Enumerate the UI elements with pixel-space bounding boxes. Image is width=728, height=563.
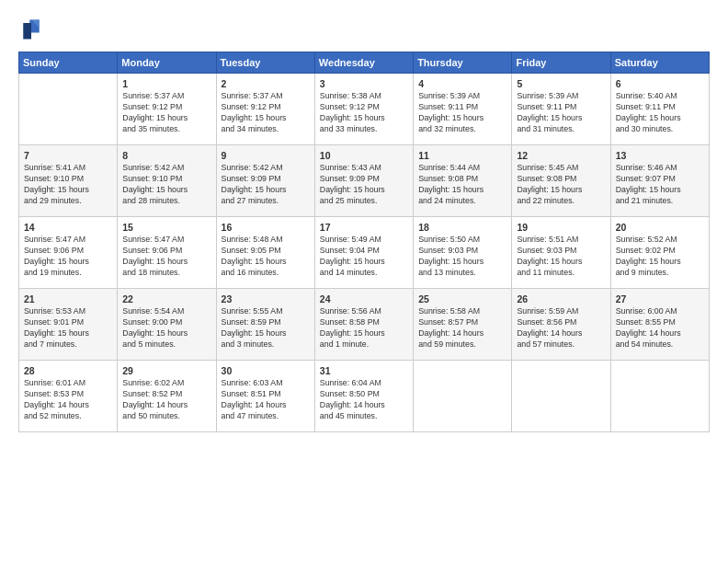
calendar-cell: 26Sunrise: 5:59 AM Sunset: 8:56 PM Dayli… — [512, 289, 610, 361]
day-number: 17 — [320, 221, 408, 234]
day-number: 12 — [517, 149, 605, 162]
day-number: 10 — [320, 149, 408, 162]
day-number: 3 — [320, 77, 408, 90]
calendar-cell: 18Sunrise: 5:50 AM Sunset: 9:03 PM Dayli… — [414, 217, 512, 289]
page-header — [18, 17, 710, 42]
calendar-cell: 3Sunrise: 5:38 AM Sunset: 9:12 PM Daylig… — [314, 74, 413, 145]
calendar-cell: 2Sunrise: 5:37 AM Sunset: 9:12 PM Daylig… — [216, 74, 314, 145]
weekday-header-sunday: Sunday — [19, 52, 118, 74]
day-number: 18 — [418, 221, 506, 234]
logo — [18, 17, 48, 42]
weekday-header-friday: Friday — [512, 52, 610, 74]
day-info: Sunrise: 6:00 AM Sunset: 8:55 PM Dayligh… — [616, 306, 704, 350]
day-number: 13 — [616, 149, 704, 162]
day-info: Sunrise: 5:43 AM Sunset: 9:09 PM Dayligh… — [320, 163, 408, 207]
calendar-cell: 19Sunrise: 5:51 AM Sunset: 9:03 PM Dayli… — [512, 217, 610, 289]
calendar-cell — [610, 361, 709, 432]
day-number: 19 — [517, 221, 605, 234]
day-number: 25 — [418, 293, 506, 305]
svg-marker-2 — [23, 23, 31, 40]
calendar-cell: 22Sunrise: 5:54 AM Sunset: 9:00 PM Dayli… — [118, 289, 216, 361]
day-info: Sunrise: 5:49 AM Sunset: 9:04 PM Dayligh… — [320, 235, 408, 279]
day-info: Sunrise: 5:41 AM Sunset: 9:10 PM Dayligh… — [24, 163, 112, 207]
day-info: Sunrise: 5:56 AM Sunset: 8:58 PM Dayligh… — [320, 306, 408, 350]
calendar-cell: 27Sunrise: 6:00 AM Sunset: 8:55 PM Dayli… — [610, 289, 709, 361]
calendar-cell: 24Sunrise: 5:56 AM Sunset: 8:58 PM Dayli… — [314, 289, 413, 361]
day-number: 14 — [24, 221, 112, 234]
day-info: Sunrise: 5:55 AM Sunset: 8:59 PM Dayligh… — [222, 306, 310, 350]
calendar-cell: 13Sunrise: 5:46 AM Sunset: 9:07 PM Dayli… — [610, 145, 709, 217]
calendar-cell: 28Sunrise: 6:01 AM Sunset: 8:53 PM Dayli… — [19, 361, 118, 432]
calendar-cell: 21Sunrise: 5:53 AM Sunset: 9:01 PM Dayli… — [19, 289, 118, 361]
day-number: 22 — [122, 293, 210, 305]
day-number: 27 — [616, 293, 704, 305]
calendar-cell: 8Sunrise: 5:42 AM Sunset: 9:10 PM Daylig… — [118, 145, 216, 217]
day-info: Sunrise: 5:44 AM Sunset: 9:08 PM Dayligh… — [418, 163, 506, 207]
day-number: 16 — [222, 221, 310, 234]
day-number: 23 — [222, 293, 310, 305]
calendar-cell: 17Sunrise: 5:49 AM Sunset: 9:04 PM Dayli… — [314, 217, 413, 289]
weekday-header-saturday: Saturday — [610, 52, 709, 74]
calendar-cell: 16Sunrise: 5:48 AM Sunset: 9:05 PM Dayli… — [216, 217, 314, 289]
day-info: Sunrise: 6:02 AM Sunset: 8:52 PM Dayligh… — [122, 378, 210, 422]
logo-icon — [18, 17, 44, 42]
calendar-cell: 20Sunrise: 5:52 AM Sunset: 9:02 PM Dayli… — [610, 217, 709, 289]
day-info: Sunrise: 5:48 AM Sunset: 9:05 PM Dayligh… — [222, 235, 310, 279]
day-number: 9 — [222, 149, 310, 162]
calendar-cell: 30Sunrise: 6:03 AM Sunset: 8:51 PM Dayli… — [216, 361, 314, 432]
day-info: Sunrise: 5:59 AM Sunset: 8:56 PM Dayligh… — [517, 306, 605, 350]
day-info: Sunrise: 5:45 AM Sunset: 9:08 PM Dayligh… — [517, 163, 605, 207]
day-number: 15 — [122, 221, 210, 234]
calendar-cell: 31Sunrise: 6:04 AM Sunset: 8:50 PM Dayli… — [314, 361, 413, 432]
day-info: Sunrise: 5:47 AM Sunset: 9:06 PM Dayligh… — [122, 235, 210, 279]
calendar-cell: 12Sunrise: 5:45 AM Sunset: 9:08 PM Dayli… — [512, 145, 610, 217]
day-info: Sunrise: 5:39 AM Sunset: 9:11 PM Dayligh… — [418, 91, 506, 135]
calendar-cell: 1Sunrise: 5:37 AM Sunset: 9:12 PM Daylig… — [118, 74, 216, 145]
day-number: 30 — [222, 364, 310, 377]
day-number: 20 — [616, 221, 704, 234]
day-number: 11 — [418, 149, 506, 162]
weekday-header-thursday: Thursday — [414, 52, 512, 74]
day-info: Sunrise: 5:58 AM Sunset: 8:57 PM Dayligh… — [418, 306, 506, 350]
calendar-cell: 6Sunrise: 5:40 AM Sunset: 9:11 PM Daylig… — [610, 74, 709, 145]
day-info: Sunrise: 5:53 AM Sunset: 9:01 PM Dayligh… — [24, 306, 112, 350]
day-info: Sunrise: 5:42 AM Sunset: 9:09 PM Dayligh… — [222, 163, 310, 207]
weekday-header-tuesday: Tuesday — [216, 52, 314, 74]
calendar-cell — [512, 361, 610, 432]
day-info: Sunrise: 5:37 AM Sunset: 9:12 PM Dayligh… — [222, 91, 310, 135]
day-number: 26 — [517, 293, 605, 305]
day-info: Sunrise: 5:39 AM Sunset: 9:11 PM Dayligh… — [517, 91, 605, 135]
day-number: 8 — [122, 149, 210, 162]
day-number: 5 — [517, 77, 605, 90]
day-info: Sunrise: 5:40 AM Sunset: 9:11 PM Dayligh… — [616, 91, 704, 135]
calendar-table: SundayMondayTuesdayWednesdayThursdayFrid… — [18, 52, 710, 432]
day-info: Sunrise: 5:37 AM Sunset: 9:12 PM Dayligh… — [122, 91, 210, 135]
day-number: 31 — [320, 364, 408, 377]
day-info: Sunrise: 5:47 AM Sunset: 9:06 PM Dayligh… — [24, 235, 112, 279]
calendar-cell: 10Sunrise: 5:43 AM Sunset: 9:09 PM Dayli… — [314, 145, 413, 217]
day-info: Sunrise: 6:03 AM Sunset: 8:51 PM Dayligh… — [222, 378, 310, 422]
day-number: 7 — [24, 149, 112, 162]
day-number: 28 — [24, 364, 112, 377]
day-number: 4 — [418, 77, 506, 90]
calendar-cell: 15Sunrise: 5:47 AM Sunset: 9:06 PM Dayli… — [118, 217, 216, 289]
calendar-cell — [414, 361, 512, 432]
day-number: 24 — [320, 293, 408, 305]
calendar-cell: 9Sunrise: 5:42 AM Sunset: 9:09 PM Daylig… — [216, 145, 314, 217]
calendar-cell: 23Sunrise: 5:55 AM Sunset: 8:59 PM Dayli… — [216, 289, 314, 361]
calendar-cell: 14Sunrise: 5:47 AM Sunset: 9:06 PM Dayli… — [19, 217, 118, 289]
day-info: Sunrise: 5:38 AM Sunset: 9:12 PM Dayligh… — [320, 91, 408, 135]
calendar-cell: 7Sunrise: 5:41 AM Sunset: 9:10 PM Daylig… — [19, 145, 118, 217]
calendar-cell: 5Sunrise: 5:39 AM Sunset: 9:11 PM Daylig… — [512, 74, 610, 145]
day-info: Sunrise: 5:54 AM Sunset: 9:00 PM Dayligh… — [122, 306, 210, 350]
day-info: Sunrise: 5:51 AM Sunset: 9:03 PM Dayligh… — [517, 235, 605, 279]
day-info: Sunrise: 5:52 AM Sunset: 9:02 PM Dayligh… — [616, 235, 704, 279]
day-number: 1 — [122, 77, 210, 90]
day-info: Sunrise: 6:01 AM Sunset: 8:53 PM Dayligh… — [24, 378, 112, 422]
calendar-cell: 25Sunrise: 5:58 AM Sunset: 8:57 PM Dayli… — [414, 289, 512, 361]
weekday-header-monday: Monday — [118, 52, 216, 74]
day-number: 2 — [222, 77, 310, 90]
day-number: 6 — [616, 77, 704, 90]
day-info: Sunrise: 5:50 AM Sunset: 9:03 PM Dayligh… — [418, 235, 506, 279]
day-number: 21 — [24, 293, 112, 305]
